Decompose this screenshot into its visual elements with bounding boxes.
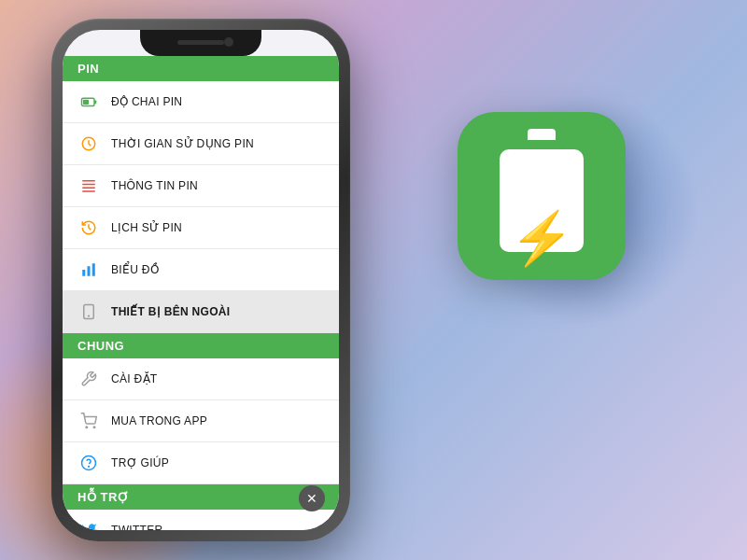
menu-item-do-chai-pin[interactable]: ĐỘ CHAI PIN — [63, 81, 339, 123]
section-header-ho-tro: HỖ TRỢ — [63, 484, 339, 510]
wrench-icon — [78, 368, 100, 390]
phone-container: PIN ĐỘ CHAI PIN THỜI GIAN SỬ DỤNG PIN — [51, 19, 350, 541]
menu-label-do-chai-pin: ĐỘ CHAI PIN — [111, 95, 182, 108]
svg-rect-7 — [82, 190, 95, 192]
menu-label-thong-tin: THÔNG TIN PIN — [111, 179, 198, 192]
menu-label-mua-trong-app: MUA TRONG APP — [111, 414, 207, 427]
menu-label-lich-su: LỊCH SỬ PIN — [111, 221, 182, 234]
menu-label-tro-giup: TRỢ GIÚP — [111, 456, 169, 469]
app-icon: ⚡ — [458, 112, 626, 280]
menu-label-thoi-gian: THỜI GIAN SỬ DỤNG PIN — [111, 137, 254, 150]
svg-rect-8 — [82, 270, 85, 276]
menu-label-thiet-bi: THIẾT BỊ BÊN NGOÀI — [111, 305, 230, 318]
menu-item-lich-su[interactable]: LỊCH SỬ PIN — [63, 207, 339, 249]
menu-item-mua-trong-app[interactable]: MUA TRONG APP — [63, 400, 339, 442]
svg-rect-2 — [83, 100, 89, 105]
chart-icon — [78, 259, 100, 281]
svg-point-14 — [93, 427, 95, 428]
notch-speaker — [177, 40, 224, 45]
phone-notch — [140, 30, 261, 56]
menu-item-thiet-bi[interactable]: THIẾT BỊ BÊN NGOÀI — [63, 291, 339, 333]
list-icon — [78, 175, 100, 197]
menu-item-tro-giup[interactable]: TRỢ GIÚP — [63, 442, 339, 484]
history-icon — [78, 217, 100, 239]
battery-illustration: ⚡ — [500, 140, 584, 252]
menu-label-twitter: TWITTER — [111, 524, 162, 530]
battery-icon — [78, 91, 100, 113]
menu-item-bieu-do[interactable]: BIỂU ĐỒ — [63, 249, 339, 291]
menu-item-twitter[interactable]: TWITTER — [63, 510, 339, 530]
device-icon — [78, 301, 100, 323]
menu-label-cai-dat: CÀI ĐẶT — [111, 372, 157, 385]
menu-content: PIN ĐỘ CHAI PIN THỜI GIAN SỬ DỤNG PIN — [63, 56, 339, 530]
svg-rect-5 — [82, 184, 95, 186]
cart-icon — [78, 410, 100, 432]
svg-point-13 — [86, 427, 88, 428]
close-icon: ✕ — [306, 491, 317, 506]
menu-item-thoi-gian[interactable]: THỜI GIAN SỬ DỤNG PIN — [63, 123, 339, 165]
svg-rect-6 — [82, 188, 95, 189]
battery-tip — [528, 129, 556, 140]
svg-rect-10 — [92, 263, 95, 276]
phone-frame: PIN ĐỘ CHAI PIN THỜI GIAN SỬ DỤNG PIN — [51, 19, 350, 541]
menu-item-thong-tin[interactable]: THÔNG TIN PIN — [63, 165, 339, 207]
svg-rect-1 — [94, 101, 96, 105]
svg-rect-9 — [88, 266, 91, 276]
clock-icon — [78, 133, 100, 155]
svg-rect-4 — [82, 180, 95, 182]
section-header-chung: CHUNG — [63, 333, 339, 358]
close-button[interactable]: ✕ — [299, 485, 325, 511]
phone-screen: PIN ĐỘ CHAI PIN THỜI GIAN SỬ DỤNG PIN — [63, 30, 339, 530]
menu-item-cai-dat[interactable]: CÀI ĐẶT — [63, 358, 339, 400]
app-icon-container: ⚡ — [458, 112, 626, 280]
question-icon — [78, 452, 100, 474]
twitter-icon — [78, 519, 100, 530]
menu-label-bieu-do: BIỂU ĐỒ — [111, 263, 159, 276]
notch-camera — [224, 37, 233, 47]
section-header-pin: PIN — [63, 56, 339, 81]
